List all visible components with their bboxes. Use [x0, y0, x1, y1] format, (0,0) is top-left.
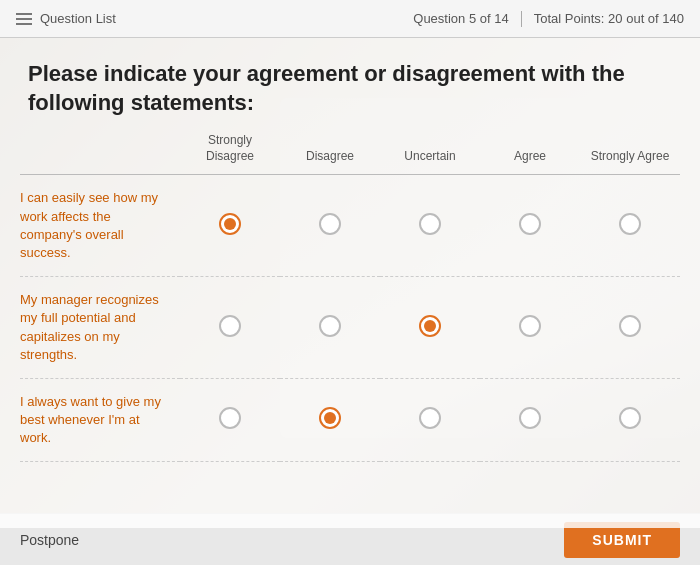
radio-button[interactable] — [619, 407, 641, 429]
radio-button[interactable] — [419, 407, 441, 429]
radio-button[interactable] — [319, 407, 341, 429]
table-row: My manager recognizes my full potential … — [20, 277, 680, 379]
header-divider — [521, 11, 522, 27]
hamburger-icon — [16, 13, 32, 25]
option-cell[interactable] — [580, 378, 680, 462]
agree-header: Agree — [480, 133, 580, 175]
main-content: Please indicate your agreement or disagr… — [0, 38, 700, 528]
option-cell[interactable] — [180, 277, 280, 379]
radio-button[interactable] — [319, 315, 341, 337]
radio-button[interactable] — [319, 213, 341, 235]
option-cell[interactable] — [380, 277, 480, 379]
scale-table-wrapper: StronglyDisagree Disagree Uncertain Agre… — [0, 133, 700, 462]
radio-button[interactable] — [219, 213, 241, 235]
progress-label: Question 5 of 14 — [413, 11, 508, 26]
postpone-button[interactable]: Postpone — [20, 532, 79, 548]
page-header: Question List Question 5 of 14 Total Poi… — [0, 0, 700, 38]
disagree-header: Disagree — [280, 133, 380, 175]
option-cell[interactable] — [280, 378, 380, 462]
content-panel: Please indicate your agreement or disagr… — [0, 38, 700, 528]
option-cell[interactable] — [380, 378, 480, 462]
statement-header — [20, 133, 180, 175]
table-row: I can easily see how my work affects the… — [20, 175, 680, 277]
statement-cell: I can easily see how my work affects the… — [20, 175, 180, 277]
statement-cell: My manager recognizes my full potential … — [20, 277, 180, 379]
scale-header-row: StronglyDisagree Disagree Uncertain Agre… — [20, 133, 680, 175]
question-title: Please indicate your agreement or disagr… — [0, 38, 700, 133]
statement-cell: I always want to give my best whenever I… — [20, 378, 180, 462]
uncertain-header: Uncertain — [380, 133, 480, 175]
radio-button[interactable] — [219, 315, 241, 337]
option-cell[interactable] — [280, 277, 380, 379]
radio-button[interactable] — [519, 407, 541, 429]
radio-button[interactable] — [619, 213, 641, 235]
radio-button[interactable] — [519, 315, 541, 337]
option-cell[interactable] — [280, 175, 380, 277]
radio-button[interactable] — [419, 315, 441, 337]
option-cell[interactable] — [180, 378, 280, 462]
option-cell[interactable] — [480, 378, 580, 462]
scale-table: StronglyDisagree Disagree Uncertain Agre… — [20, 133, 680, 462]
option-cell[interactable] — [180, 175, 280, 277]
header-right: Question 5 of 14 Total Points: 20 out of… — [413, 11, 684, 27]
option-cell[interactable] — [380, 175, 480, 277]
strongly-disagree-header: StronglyDisagree — [180, 133, 280, 175]
radio-button[interactable] — [219, 407, 241, 429]
radio-button[interactable] — [519, 213, 541, 235]
option-cell[interactable] — [480, 175, 580, 277]
option-cell[interactable] — [580, 277, 680, 379]
option-cell[interactable] — [580, 175, 680, 277]
table-row: I always want to give my best whenever I… — [20, 378, 680, 462]
radio-button[interactable] — [419, 213, 441, 235]
question-list-label: Question List — [40, 11, 116, 26]
radio-button[interactable] — [619, 315, 641, 337]
question-list-nav[interactable]: Question List — [16, 11, 116, 26]
strongly-agree-header: Strongly Agree — [580, 133, 680, 175]
option-cell[interactable] — [480, 277, 580, 379]
total-points-label: Total Points: 20 out of 140 — [534, 11, 684, 26]
